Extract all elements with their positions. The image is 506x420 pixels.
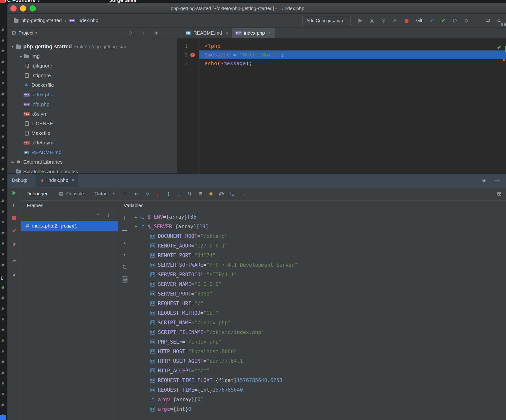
- restore-layout-icon[interactable]: [496, 191, 502, 197]
- tree-item-readme-md[interactable]: MDREADME.md: [7, 147, 177, 157]
- step-out-icon[interactable]: [176, 191, 182, 197]
- pin-icon[interactable]: [11, 273, 17, 278]
- move-up-icon[interactable]: ▲: [122, 240, 127, 245]
- frame-row[interactable]: index.php:2, {main}(): [21, 221, 118, 231]
- variable-row-request-uri[interactable]: 01REQUEST_URI = "/": [131, 299, 506, 308]
- copy-icon[interactable]: [122, 264, 127, 270]
- variable-row-script-name[interactable]: 01SCRIPT_NAME = "/index.php": [131, 318, 506, 327]
- add-watch-list-icon[interactable]: [240, 191, 246, 197]
- add-configuration-button[interactable]: Add Configuration...: [302, 16, 351, 25]
- editor-tab-index-php[interactable]: PHPindex.php×: [232, 28, 275, 38]
- variable-row-server-software[interactable]: 01SERVER_SOFTWARE = "PHP 7.4.1 Developme…: [131, 260, 506, 270]
- collapse-all-icon[interactable]: [140, 30, 146, 36]
- variable-row-php-self[interactable]: 01PHP_SELF = "/index.php": [131, 337, 506, 347]
- rollback-icon[interactable]: [464, 18, 469, 24]
- tree-item-makefile[interactable]: Makefile: [7, 128, 177, 138]
- variable-row-server[interactable]: ▼123$_SERVER = {array} [19]: [131, 222, 506, 231]
- tool-window-icon[interactable]: [485, 18, 491, 24]
- inspections-ok-icon[interactable]: ✔: [497, 44, 502, 51]
- code-line-1[interactable]: 1<?php: [177, 42, 506, 50]
- close-tab-icon[interactable]: ×: [268, 31, 271, 36]
- variable-row-http-host[interactable]: 01HTTP_HOST = "localhost:8080": [131, 347, 506, 356]
- gutter-line-3[interactable]: 3: [177, 60, 199, 66]
- chevron-down-icon[interactable]: ▾: [35, 31, 37, 35]
- run-icon[interactable]: [358, 18, 363, 24]
- force-step-into-icon[interactable]: [166, 191, 171, 197]
- minimize-icon[interactable]: —: [494, 178, 500, 183]
- chevron-right-icon[interactable]: ▶: [10, 160, 16, 164]
- numbered-list-icon[interactable]: 123: [229, 191, 235, 197]
- debug-tab-debugger[interactable]: Debugger: [27, 187, 47, 200]
- view-breakpoints-icon[interactable]: [11, 228, 17, 233]
- tree-item-php-getting-started[interactable]: ▼php-getting-started~/okteto/php-getting…: [7, 42, 177, 51]
- evaluate-at-icon[interactable]: @: [219, 191, 224, 197]
- update-project-icon[interactable]: [429, 18, 435, 24]
- commit-icon[interactable]: ✔: [440, 18, 446, 24]
- profiler-icon[interactable]: [392, 18, 398, 24]
- breadcrumb-file[interactable]: index.php: [77, 18, 98, 23]
- tree-item-info-php[interactable]: PHPinfo.php: [7, 100, 177, 109]
- variable-row-server-port[interactable]: 01SERVER_PORT = "8080": [131, 289, 506, 299]
- variable-row-request-time-float[interactable]: 01REQUEST_TIME_FLOAT = {float} 157678564…: [131, 376, 506, 385]
- variable-row-http-user-agent[interactable]: 01HTTP_USER_AGENT = "curl/7.64.1": [131, 356, 506, 366]
- resume-icon[interactable]: [11, 190, 17, 196]
- next-frame-icon[interactable]: ↓: [106, 212, 112, 218]
- variable-row-document-root[interactable]: 01DOCUMENT_ROOT = "/okteto": [131, 231, 506, 241]
- step-into-icon[interactable]: [155, 191, 161, 197]
- variable-row-remote-addr[interactable]: 01REMOTE_ADDR = "127.0.0.1": [131, 241, 506, 251]
- debug-tab-output[interactable]: Output×: [94, 187, 115, 200]
- settings-icon[interactable]: [481, 178, 487, 183]
- variable-row-request-method[interactable]: 01REQUEST_METHOD = "GET": [131, 308, 506, 318]
- previous-frame-icon[interactable]: ↑: [95, 212, 101, 218]
- variable-row-request-time[interactable]: 01REQUEST_TIME = {int} 1576785640: [131, 385, 506, 395]
- step-over-icon[interactable]: [144, 191, 150, 197]
- variable-row-server-protocol[interactable]: 01SERVER_PROTOCOL = "HTTP/1.1": [131, 270, 506, 280]
- breakpoint-icon[interactable]: ✓: [190, 53, 195, 57]
- pause-icon[interactable]: [11, 203, 17, 209]
- close-tab-icon[interactable]: ×: [225, 31, 228, 36]
- chevron-right-icon[interactable]: ▶: [132, 215, 140, 219]
- chevron-right-icon[interactable]: ▶: [18, 54, 24, 58]
- gutter-line-2[interactable]: 2✓: [177, 52, 199, 58]
- coverage-icon[interactable]: [380, 18, 386, 24]
- add-watch-icon[interactable]: +: [122, 215, 127, 221]
- close-icon[interactable]: ×: [72, 178, 74, 183]
- tree-item-k8s-yml[interactable]: YMLk8s.yml: [7, 109, 177, 119]
- settings-icon[interactable]: [11, 258, 17, 264]
- locate-file-icon[interactable]: [127, 30, 133, 36]
- tree-item-stignore[interactable]: .stignore: [7, 71, 177, 80]
- debug-session-tab[interactable]: index.php ×: [36, 174, 78, 187]
- run-to-cursor-icon[interactable]: [187, 191, 193, 197]
- tree-item-img[interactable]: ▶img: [7, 51, 177, 61]
- variable-row-script-filename[interactable]: 01SCRIPT_FILENAME = "/okteto/index.php": [131, 327, 506, 337]
- show-watches-icon[interactable]: [122, 276, 128, 283]
- tree-item-okteto-yml[interactable]: YMLokteto.yml: [7, 138, 177, 147]
- chevron-down-icon[interactable]: ▼: [10, 45, 16, 48]
- variable-row-server-name[interactable]: 01SERVER_NAME = "0.0.0.0": [131, 280, 506, 289]
- code-line-2[interactable]: 2✓$message = "Hello World";: [177, 50, 506, 59]
- tree-item-gitignore[interactable]: .gitignore: [7, 61, 177, 71]
- history-icon[interactable]: [452, 18, 458, 24]
- mute-breakpoints-icon[interactable]: [11, 241, 17, 247]
- tree-item-license[interactable]: LICENSE: [7, 119, 177, 128]
- project-panel-title[interactable]: Project: [19, 30, 33, 36]
- variable-row-http-accept[interactable]: 01HTTP_ACCEPT = "*/*": [131, 366, 506, 376]
- close-tab-icon[interactable]: ×: [112, 191, 115, 196]
- show-execution-point-icon[interactable]: [134, 191, 140, 197]
- code-line-3[interactable]: 3echo($message);: [177, 59, 506, 68]
- hide-panel-icon[interactable]: —: [166, 30, 172, 36]
- remove-watch-icon[interactable]: —: [122, 227, 127, 233]
- editor-tab-readme-md[interactable]: MDREADME.md×: [181, 28, 232, 38]
- chevron-down-icon[interactable]: ▼: [132, 225, 140, 228]
- stop-icon[interactable]: [11, 215, 17, 221]
- variable-row-argv[interactable]: 123argv = {array} [0]: [131, 395, 506, 404]
- variable-row-env[interactable]: ▶123$_ENV = {array} [36]: [131, 212, 506, 222]
- gutter-line-1[interactable]: 1: [177, 43, 199, 49]
- stop-icon[interactable]: [404, 18, 409, 24]
- tree-item-external-libraries[interactable]: ▶External Libraries: [7, 157, 177, 167]
- variable-row-remote-port[interactable]: 01REMOTE_PORT = "34174": [131, 251, 506, 260]
- settings-icon[interactable]: [153, 30, 159, 36]
- view-as-grid-icon[interactable]: [198, 191, 203, 197]
- tree-item-dockerfile[interactable]: Dockerfile: [7, 80, 177, 90]
- view-menu-icon[interactable]: ≡: [123, 191, 129, 197]
